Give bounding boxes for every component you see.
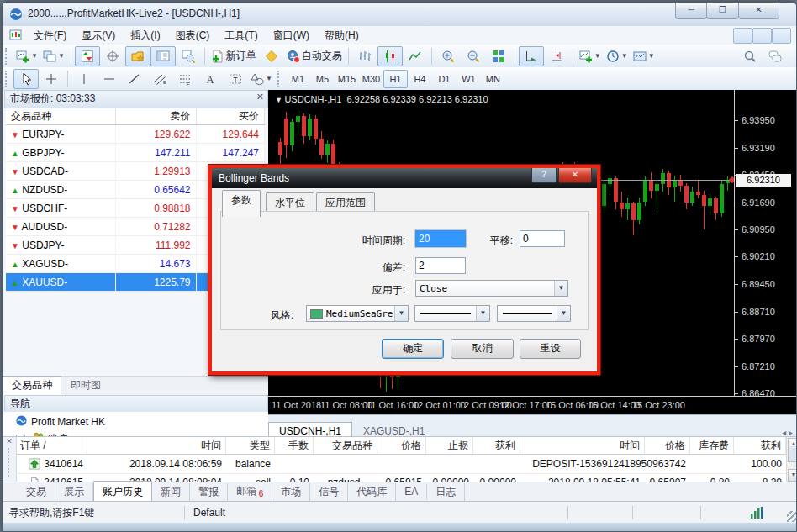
indicators-button[interactable]: ▼ [577, 46, 604, 66]
auto-scroll-toggle[interactable] [519, 46, 544, 66]
term-col-2[interactable]: 类型 [226, 437, 275, 454]
market-watch-toggle[interactable] [75, 46, 100, 66]
mw-col-0[interactable]: 交易品种 [6, 108, 115, 125]
terminal-tab-8[interactable]: 代码库 [348, 483, 396, 501]
term-col-7[interactable]: 获利 [473, 437, 520, 454]
profiles-button[interactable]: ▼ [40, 46, 67, 66]
timeframe-MN[interactable]: MN [481, 70, 505, 88]
new-order-button[interactable]: 新订单 [208, 46, 259, 66]
timeframe-M1[interactable]: M1 [286, 70, 310, 88]
candle-chart-button[interactable] [377, 46, 403, 66]
terminal-header-row[interactable]: 订单 /时间类型手数交易品种价格止损获利时间价格库存费获利 [16, 437, 786, 455]
dialog-title-bar[interactable]: Bollinger Bands ? ✕ [212, 168, 597, 188]
timeframe-H1[interactable]: H1 [383, 70, 408, 88]
timeframe-H4[interactable]: H4 [408, 70, 432, 88]
timeframe-W1[interactable]: W1 [457, 70, 481, 88]
term-col-0[interactable]: 订单 / [16, 437, 87, 454]
shift-input[interactable] [520, 230, 565, 247]
trendline-button[interactable] [122, 69, 147, 89]
crosshair-button[interactable] [39, 69, 64, 89]
term-col-3[interactable]: 手数 [275, 437, 314, 454]
terminal-tab-3[interactable]: 新闻 [152, 483, 190, 501]
shapes-button[interactable]: ▼ [248, 69, 275, 89]
new-chart-button[interactable]: ▼ [13, 46, 40, 66]
metaeditor-button[interactable] [259, 46, 284, 66]
mdi-close-button[interactable] [772, 28, 791, 44]
timeframe-M15[interactable]: M15 [335, 70, 359, 88]
term-col-8[interactable]: 时间 [520, 437, 645, 454]
templates-button[interactable]: ▼ [631, 46, 657, 66]
ok-button[interactable]: 确定 [382, 339, 444, 359]
market-watch-close-icon[interactable]: ✕ [256, 92, 264, 103]
terminal-scrollbar[interactable]: ▲ ▼ [786, 437, 797, 482]
price-axis[interactable]: 6.939506.931906.924506.916906.909506.902… [734, 90, 797, 396]
mw-tab-1[interactable]: 即时图 [61, 376, 110, 395]
mw-col-1[interactable]: 卖价 [115, 108, 196, 125]
tile-windows-button[interactable] [486, 46, 511, 66]
channel-button[interactable]: E [147, 69, 172, 89]
term-col-11[interactable]: 获利 [734, 437, 786, 454]
terminal-tab-1[interactable]: 展示 [55, 483, 93, 501]
timeframe-D1[interactable]: D1 [432, 70, 457, 88]
scroll-down-icon[interactable]: ▼ [788, 469, 797, 482]
term-col-9[interactable]: 价格 [645, 437, 690, 454]
mw-tab-0[interactable]: 交易品种 [3, 376, 61, 395]
terminal-toggle[interactable] [150, 46, 176, 66]
autotrading-button[interactable]: 自动交易 [284, 46, 345, 66]
dialog-help-button[interactable]: ? [531, 168, 557, 183]
cursor-button[interactable] [13, 69, 39, 89]
reset-button[interactable]: 重设 [520, 339, 581, 359]
terminal-tab-0[interactable]: 交易 [18, 483, 55, 501]
term-col-10[interactable]: 库存费 [690, 437, 734, 454]
terminal-tab-6[interactable]: 市场 [272, 483, 310, 501]
mw-col-2[interactable]: 买价 [196, 108, 264, 125]
maximize-button[interactable]: ❐ [706, 3, 739, 19]
apply-to-select[interactable]: Close ▼ [415, 280, 568, 297]
menu-V[interactable]: 显示(V) [74, 26, 123, 45]
style-color-select[interactable]: MediumSeaGre ▼ [306, 305, 409, 322]
terminal-close-icon[interactable]: ✕ [3, 437, 16, 445]
line-chart-button[interactable] [403, 46, 428, 66]
term-col-1[interactable]: 时间 [87, 437, 226, 454]
terminal-tab-9[interactable]: EA [396, 484, 427, 499]
dialog-tab-parameters[interactable]: 参数 [222, 190, 261, 217]
data-window-button[interactable] [100, 46, 125, 66]
table-row[interactable]: 34106142018.09.14 08:06:59balanceDEPOSIT… [16, 455, 786, 474]
chat-button[interactable] [763, 46, 788, 66]
label-button[interactable]: T [223, 69, 248, 89]
scroll-thumb[interactable] [788, 450, 797, 462]
market-watch-row[interactable]: ▲ GBPJPY-147.211147.247 [6, 144, 265, 162]
terminal-tab-10[interactable]: 日志 [427, 483, 465, 501]
terminal-tab-7[interactable]: 信号 [310, 483, 348, 501]
mdi-restore-button[interactable] [752, 28, 772, 44]
menu-H[interactable]: 帮助(H) [317, 26, 367, 45]
menu-F[interactable]: 文件(F) [26, 26, 74, 45]
minimize-button[interactable]: ─ [675, 3, 707, 19]
chart-dropdown-icon[interactable]: ▼ [275, 96, 284, 104]
terminal-grip[interactable]: ✕ [3, 437, 17, 482]
menu-T[interactable]: 工具(T) [217, 26, 265, 45]
term-col-5[interactable]: 价格 [377, 437, 426, 454]
menu-C[interactable]: 图表(C) [168, 26, 218, 45]
zoom-out-button[interactable] [461, 46, 486, 66]
close-button[interactable]: ✕ [738, 3, 779, 19]
terminal-tab-4[interactable]: 警报 [190, 483, 228, 501]
menu-W[interactable]: 窗口(W) [266, 26, 317, 45]
line-style-select[interactable]: ▼ [414, 305, 490, 322]
tree-item-ProfitMarketHK[interactable]: Profit Market HK [3, 413, 105, 430]
dialog-close-button[interactable]: ✕ [558, 168, 592, 183]
scroll-up-icon[interactable]: ▲ [788, 438, 797, 450]
periods-button[interactable]: ▼ [604, 46, 631, 66]
menu-I[interactable]: 插入(I) [123, 26, 167, 45]
status-profile[interactable]: Default [185, 507, 567, 519]
market-watch-row[interactable]: ▼ EURJPY-129.622129.644 [6, 125, 265, 144]
terminal-tab-2[interactable]: 账户历史 [93, 481, 152, 502]
zoom-in-button[interactable] [435, 46, 461, 66]
fibonacci-button[interactable]: F [172, 69, 198, 89]
strategy-tester-button[interactable] [176, 46, 201, 66]
cancel-button[interactable]: 取消 [451, 339, 514, 359]
bar-chart-button[interactable] [352, 46, 377, 66]
navigator-toggle[interactable] [125, 46, 150, 66]
term-col-4[interactable]: 交易品种 [314, 437, 377, 454]
vertical-line-button[interactable] [71, 69, 97, 89]
